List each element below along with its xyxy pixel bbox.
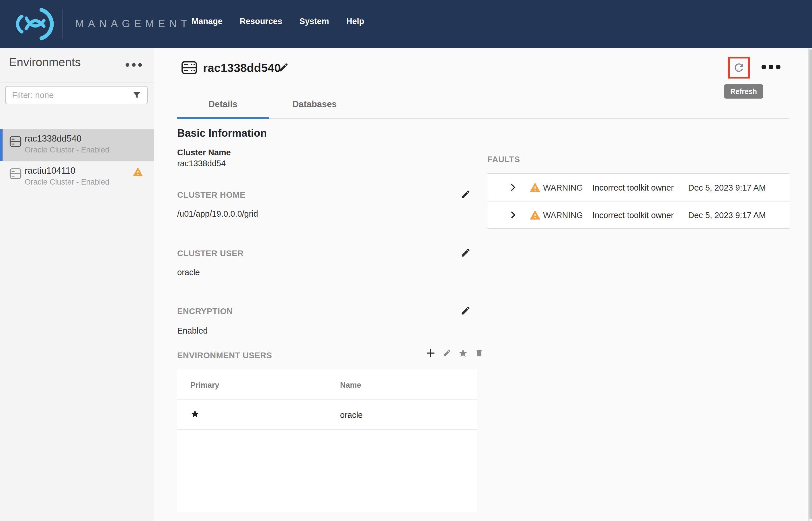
server-rack-icon — [181, 60, 197, 76]
environment-users-label: ENVIRONMENT USERS — [177, 351, 272, 360]
filter-input[interactable] — [6, 91, 132, 100]
sidebar-title: Environments — [9, 55, 81, 69]
faults-list: WARNING Incorrect toolkit owner Dec 5, 2… — [487, 173, 790, 229]
delete-user-trash-icon[interactable] — [475, 349, 483, 357]
faults-heading: FAULTS — [487, 155, 520, 164]
warning-icon — [530, 210, 540, 220]
fault-date: Dec 5, 2023 9:17 AM — [688, 211, 766, 220]
page-scrollbar — [808, 48, 812, 521]
menu-item-system[interactable]: System — [299, 17, 329, 26]
environment-status: Oracle Cluster - Enabled — [25, 178, 110, 186]
add-user-icon[interactable] — [425, 348, 436, 358]
sidebar-kebab-menu[interactable] — [126, 63, 142, 67]
warning-icon — [530, 183, 540, 192]
primary-star-icon — [190, 409, 200, 418]
cluster-name-value: rac1338dd54 — [177, 159, 226, 168]
fault-row[interactable]: WARNING Incorrect toolkit owner Dec 5, 2… — [487, 202, 790, 229]
edit-cluster-user-pencil-icon[interactable] — [460, 248, 471, 258]
environments-sidebar: Environments rac1338dd540 Oracle Cluster… — [0, 48, 154, 521]
environment-users-toolbar — [425, 348, 483, 358]
tabs-baseline — [177, 118, 789, 119]
column-header-primary: Primary — [190, 381, 219, 390]
environment-status: Oracle Cluster - Enabled — [25, 145, 110, 155]
brand-divider — [63, 9, 63, 39]
sidebar-item-ractiu104110[interactable]: ractiu104110 Oracle Cluster - Enabled — [0, 161, 154, 193]
menu-item-resources[interactable]: Resources — [240, 17, 282, 26]
cluster-user-label: CLUSTER USER — [177, 249, 244, 258]
active-tab-indicator — [177, 117, 269, 119]
edit-encryption-pencil-icon[interactable] — [460, 305, 471, 316]
delphix-management-app: { "navbar": { "brand": "MANAGEMENT", "it… — [0, 0, 812, 521]
refresh-icon — [732, 61, 745, 74]
tab-details[interactable]: Details — [177, 97, 269, 111]
basic-information-heading: Basic Information — [177, 127, 267, 139]
menu-item-help[interactable]: Help — [346, 17, 364, 26]
set-primary-star-icon[interactable] — [458, 348, 468, 358]
edit-user-pencil-icon[interactable] — [443, 349, 451, 357]
environment-filter — [5, 86, 148, 104]
cluster-home-value: /u01/app/19.0.0.0/grid — [177, 209, 258, 219]
cluster-host-icon — [9, 168, 22, 179]
cluster-home-label: CLUSTER HOME — [177, 190, 245, 200]
refresh-tooltip: Refresh — [724, 84, 763, 98]
column-header-name: Name — [340, 381, 361, 390]
menu-item-manage[interactable]: Manage — [192, 17, 222, 26]
table-row[interactable]: oracle — [177, 400, 477, 429]
page-title: rac1338dd540 — [203, 61, 281, 75]
filter-funnel-icon[interactable] — [132, 91, 141, 100]
fault-row[interactable]: WARNING Incorrect toolkit owner Dec 5, 2… — [487, 174, 790, 202]
main-menu: Manage Resources System Help — [192, 17, 364, 26]
fault-title: Incorrect toolkit owner — [592, 183, 674, 192]
encryption-label: ENCRYPTION — [177, 307, 233, 316]
user-name: oracle — [340, 410, 363, 420]
edit-cluster-home-pencil-icon[interactable] — [460, 189, 471, 200]
fault-severity: WARNING — [543, 211, 583, 220]
environment-detail-panel: rac1338dd540 Refresh Details Databases B… — [154, 48, 809, 521]
environment-name: ractiu104110 — [25, 166, 75, 176]
expand-chevron-icon[interactable] — [508, 183, 518, 192]
tab-databases[interactable]: Databases — [269, 97, 360, 111]
fault-severity: WARNING — [543, 183, 583, 192]
edit-title-pencil-icon[interactable] — [278, 62, 289, 73]
refresh-button[interactable] — [728, 57, 750, 78]
cluster-name-label: Cluster Name — [177, 148, 231, 157]
warning-icon — [133, 167, 143, 177]
environment-name: rac1338dd540 — [25, 134, 82, 144]
brand-title: MANAGEMENT — [75, 18, 191, 30]
cluster-user-value: oracle — [177, 268, 200, 277]
environment-users-table: Primary Name oracle — [177, 369, 477, 513]
sidebar-divider — [0, 83, 154, 83]
fault-date: Dec 5, 2023 9:17 AM — [688, 183, 766, 192]
delphix-logo-icon[interactable] — [8, 6, 59, 42]
cluster-host-icon — [9, 136, 22, 147]
scrollbar-thumb[interactable] — [809, 49, 812, 519]
table-divider — [177, 429, 477, 430]
expand-chevron-icon[interactable] — [508, 210, 518, 220]
sidebar-item-rac1338dd540[interactable]: rac1338dd540 Oracle Cluster - Enabled — [0, 129, 154, 161]
encryption-value: Enabled — [177, 326, 207, 336]
top-navbar: MANAGEMENT Manage Resources System Help — [0, 0, 812, 48]
fault-title: Incorrect toolkit owner — [592, 211, 674, 220]
environment-actions-kebab-menu[interactable] — [762, 65, 781, 69]
